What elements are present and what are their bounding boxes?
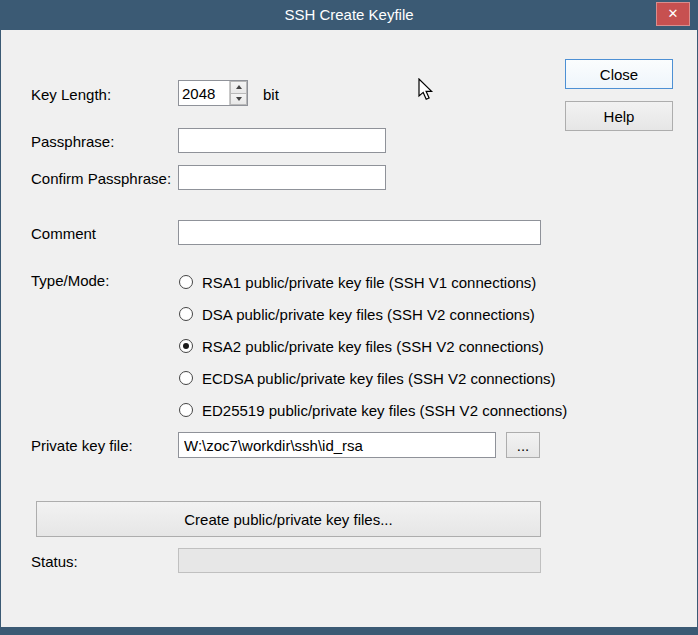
close-button[interactable]: Close — [565, 59, 673, 89]
radio-option-dsa[interactable]: DSA public/private key files (SSH V2 con… — [179, 304, 535, 324]
radio-option-label: RSA1 public/private key file (SSH V1 con… — [202, 274, 536, 291]
radio-option-label: ED25519 public/private key files (SSH V2… — [202, 402, 567, 419]
radio-option-ed25519[interactable]: ED25519 public/private key files (SSH V2… — [179, 400, 567, 420]
create-keyfiles-button[interactable]: Create public/private key files... — [36, 501, 541, 537]
status-label: Status: — [31, 553, 78, 570]
passphrase-input[interactable] — [178, 128, 386, 153]
confirm-passphrase-label: Confirm Passphrase: — [31, 170, 171, 187]
radio-option-rsa1[interactable]: RSA1 public/private key file (SSH V1 con… — [179, 272, 536, 292]
window-close-button[interactable]: ✕ — [656, 2, 690, 26]
radio-button-icon[interactable] — [179, 275, 193, 289]
private-key-file-label: Private key file: — [31, 437, 133, 454]
status-field — [178, 548, 541, 573]
window-title: SSH Create Keyfile — [284, 6, 413, 23]
radio-option-label: DSA public/private key files (SSH V2 con… — [202, 306, 535, 323]
confirm-passphrase-input[interactable] — [178, 165, 386, 190]
key-length-input[interactable] — [179, 81, 229, 105]
radio-option-rsa2[interactable]: RSA2 public/private key files (SSH V2 co… — [179, 336, 544, 356]
key-length-spin-up-button[interactable] — [230, 81, 247, 94]
browse-button-label: ... — [517, 437, 530, 454]
radio-button-icon[interactable] — [179, 307, 193, 321]
window-bottom-border — [1, 627, 697, 635]
titlebar[interactable]: SSH Create Keyfile ✕ — [1, 0, 697, 30]
radio-button-icon[interactable] — [179, 403, 193, 417]
close-button-label: Close — [600, 66, 638, 83]
passphrase-label: Passphrase: — [31, 133, 114, 150]
close-icon: ✕ — [668, 6, 679, 21]
mouse-cursor-icon — [417, 78, 437, 102]
private-key-file-input[interactable] — [178, 432, 496, 458]
help-button-label: Help — [604, 108, 635, 125]
ssh-create-keyfile-dialog: SSH Create Keyfile ✕ Key Length: bit Pas… — [0, 0, 698, 635]
radio-option-ecdsa[interactable]: ECDSA public/private key files (SSH V2 c… — [179, 368, 556, 388]
help-button[interactable]: Help — [565, 101, 673, 131]
radio-button-icon[interactable] — [179, 339, 193, 353]
key-length-stepper — [178, 80, 248, 106]
type-mode-label: Type/Mode: — [31, 272, 109, 289]
create-keyfiles-button-label: Create public/private key files... — [184, 511, 392, 528]
key-length-spin-down-button[interactable] — [230, 94, 247, 106]
key-length-label: Key Length: — [31, 86, 111, 103]
radio-option-label: ECDSA public/private key files (SSH V2 c… — [202, 370, 556, 387]
radio-button-icon[interactable] — [179, 371, 193, 385]
key-length-unit-label: bit — [263, 86, 279, 103]
comment-label: Comment — [31, 225, 96, 242]
browse-button[interactable]: ... — [506, 432, 540, 458]
spin-down-icon — [236, 97, 242, 101]
spin-up-icon — [236, 85, 242, 89]
comment-input[interactable] — [178, 220, 541, 245]
radio-option-label: RSA2 public/private key files (SSH V2 co… — [202, 338, 544, 355]
